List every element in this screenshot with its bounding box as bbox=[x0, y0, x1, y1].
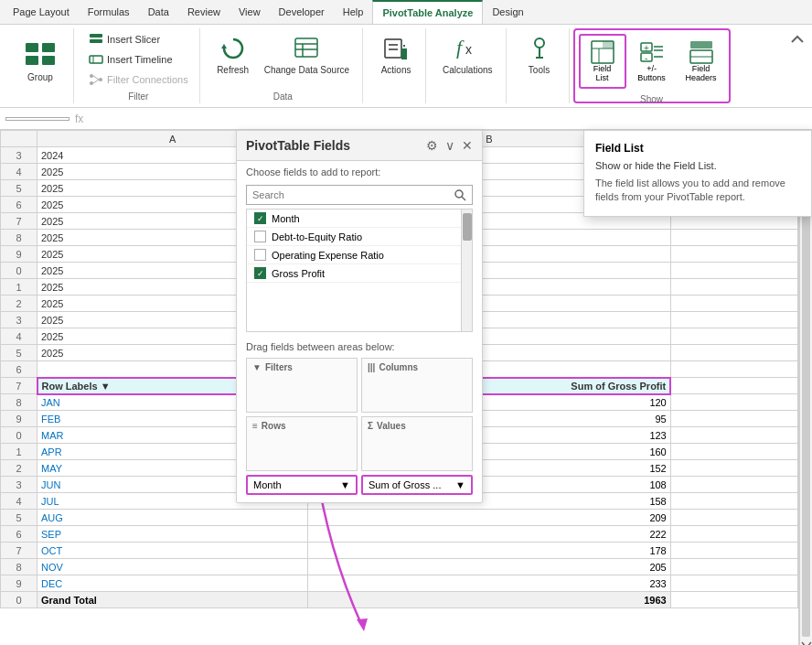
field-headers-button[interactable]: FieldHeaders bbox=[678, 35, 725, 88]
grand-total-label[interactable]: Grand Total bbox=[37, 592, 308, 608]
tools-icon bbox=[525, 34, 554, 63]
pivot-rows-area[interactable]: ≡ Rows bbox=[246, 416, 358, 471]
rows-label: Rows bbox=[262, 421, 286, 431]
rows-dropdown[interactable]: Month ▼ bbox=[246, 475, 358, 495]
svg-rect-6 bbox=[90, 56, 102, 63]
data-tab[interactable]: Data bbox=[139, 1, 178, 23]
field-list-tooltip: Field List Show or hide the Field List. … bbox=[583, 130, 812, 217]
pivot-panel-title: PivotTable Fields bbox=[246, 138, 350, 153]
refresh-button[interactable]: Refresh bbox=[211, 30, 255, 79]
tools-group: Tools bbox=[510, 28, 570, 103]
svg-rect-5 bbox=[90, 39, 102, 43]
view-tab[interactable]: View bbox=[230, 1, 270, 23]
show-buttons: FieldList + - +/-Buttons bbox=[579, 34, 725, 89]
change-data-source-button[interactable]: Change Data Source bbox=[259, 30, 355, 79]
ribbon-collapse[interactable] bbox=[790, 28, 805, 103]
insert-timeline-label: Insert Timeline bbox=[107, 54, 173, 65]
pivot-close-icon[interactable]: ✕ bbox=[462, 138, 473, 153]
name-box[interactable] bbox=[5, 117, 69, 121]
operating-expense-checkbox[interactable] bbox=[254, 249, 266, 261]
pivot-columns-area[interactable]: ||| Columns bbox=[361, 358, 473, 413]
rows-dropdown-arrow[interactable]: ▼ bbox=[340, 479, 350, 490]
pivot-areas-title: Drag fields between areas below: bbox=[246, 341, 473, 352]
field-gross-profit[interactable]: ✓ Gross Profit bbox=[247, 264, 461, 283]
insert-timeline-button[interactable]: Insert Timeline bbox=[85, 50, 176, 69]
actions-icon bbox=[381, 34, 411, 63]
pivot-search-input[interactable] bbox=[252, 189, 454, 200]
pivot-panel: PivotTable Fields ⚙ ∨ ✕ Choose fields to… bbox=[236, 130, 483, 503]
row-num-header bbox=[1, 131, 37, 147]
review-tab[interactable]: Review bbox=[178, 1, 230, 23]
values-dropdown-arrow[interactable]: ▼ bbox=[455, 479, 465, 490]
scroll-thumb[interactable] bbox=[802, 145, 810, 637]
plus-minus-button[interactable]: + - +/-Buttons bbox=[628, 35, 676, 88]
grand-total-row: 0 Grand Total 1963 bbox=[1, 592, 798, 608]
pivot-dropdowns: Month ▼ Sum of Gross ... ▼ bbox=[237, 475, 482, 502]
columns-area-header: ||| Columns bbox=[368, 362, 466, 372]
pivot-dropdown-icon[interactable]: ∨ bbox=[445, 138, 454, 153]
svg-line-41 bbox=[462, 197, 465, 200]
tooltip-desc2: The field list allows you to add and rem… bbox=[595, 177, 800, 205]
pivot-search-box[interactable] bbox=[246, 185, 473, 205]
svg-point-9 bbox=[90, 81, 93, 85]
calculations-button[interactable]: f x Calculations bbox=[437, 30, 497, 79]
scrollbar-thumb[interactable] bbox=[463, 213, 472, 241]
pivot-panel-header: PivotTable Fields ⚙ ∨ ✕ bbox=[237, 131, 482, 161]
pivot-values-area[interactable]: Σ Values bbox=[361, 416, 473, 471]
field-debt-equity[interactable]: Debt-to-Equity Ratio bbox=[247, 228, 461, 246]
help-tab[interactable]: Help bbox=[334, 1, 373, 23]
pivot-filters-area[interactable]: ▼ Filters bbox=[246, 358, 358, 413]
calculations-group: f x Calculations bbox=[430, 28, 506, 103]
formulas-tab[interactable]: Formulas bbox=[79, 1, 139, 23]
svg-point-8 bbox=[90, 74, 93, 78]
scroll-down-arrow[interactable] bbox=[800, 639, 812, 645]
filter-connections-button[interactable]: Filter Connections bbox=[85, 70, 192, 89]
group-button[interactable]: Group bbox=[15, 30, 66, 88]
developer-tab[interactable]: Developer bbox=[270, 1, 334, 23]
pivot-settings-icon[interactable]: ⚙ bbox=[426, 138, 438, 153]
search-icon bbox=[454, 188, 466, 201]
svg-point-10 bbox=[99, 78, 102, 81]
grand-total-value[interactable]: 1963 bbox=[308, 592, 671, 608]
debt-equity-label: Debt-to-Equity Ratio bbox=[272, 231, 362, 242]
svg-line-12 bbox=[93, 80, 99, 83]
fields-scrollbar[interactable] bbox=[461, 210, 472, 331]
field-list-button[interactable]: FieldList bbox=[579, 34, 626, 89]
operating-expense-label: Operating Expense Ratio bbox=[272, 250, 384, 261]
tools-button[interactable]: Tools bbox=[518, 30, 561, 79]
field-headers-icon bbox=[689, 39, 714, 65]
ribbon-content: Group Insert Slicer bbox=[0, 25, 812, 107]
insert-slicer-button[interactable]: Insert Slicer bbox=[85, 30, 164, 48]
pivottable-analyze-tab[interactable]: PivotTable Analyze bbox=[372, 0, 483, 24]
pivot-areas-grid: ▼ Filters ||| Columns ≡ Rows bbox=[246, 358, 473, 471]
filter-group: Insert Slicer Insert Timeline bbox=[78, 28, 200, 103]
svg-text:-: - bbox=[645, 53, 647, 63]
tools-label: Tools bbox=[529, 65, 550, 75]
svg-rect-37 bbox=[690, 41, 712, 48]
ribbon: Page Layout Formulas Data Review View De… bbox=[0, 0, 812, 108]
formula-divider: fx bbox=[75, 113, 83, 125]
values-dropdown-label: Sum of Gross ... bbox=[369, 479, 441, 490]
svg-text:+: + bbox=[644, 43, 649, 53]
values-area-icon: Σ bbox=[368, 421, 373, 431]
calculations-icon: f x bbox=[453, 34, 482, 63]
field-list-icon bbox=[590, 39, 615, 65]
debt-equity-checkbox[interactable] bbox=[254, 231, 266, 242]
field-month[interactable]: ✓ Month bbox=[247, 210, 461, 228]
month-checkbox[interactable]: ✓ bbox=[254, 212, 266, 224]
plus-minus-icon: + - bbox=[639, 39, 665, 65]
month-field-label: Month bbox=[272, 213, 300, 224]
actions-button[interactable]: Actions bbox=[374, 30, 418, 79]
rows-area-header: ≡ Rows bbox=[252, 421, 351, 431]
gross-profit-checkbox[interactable]: ✓ bbox=[254, 267, 266, 279]
page-layout-tab[interactable]: Page Layout bbox=[4, 1, 79, 23]
field-operating-expense[interactable]: Operating Expense Ratio bbox=[247, 246, 461, 264]
design-tab[interactable]: Design bbox=[483, 1, 532, 23]
change-data-icon bbox=[292, 34, 321, 63]
values-dropdown[interactable]: Sum of Gross ... ▼ bbox=[361, 475, 473, 495]
filter-buttons: Insert Slicer Insert Timeline bbox=[85, 30, 192, 90]
tooltip-title: Field List bbox=[595, 142, 800, 155]
pivot-header-icons: ⚙ ∨ ✕ bbox=[426, 138, 473, 153]
data-group-label: Data bbox=[273, 91, 293, 102]
change-data-label: Change Data Source bbox=[264, 65, 349, 75]
